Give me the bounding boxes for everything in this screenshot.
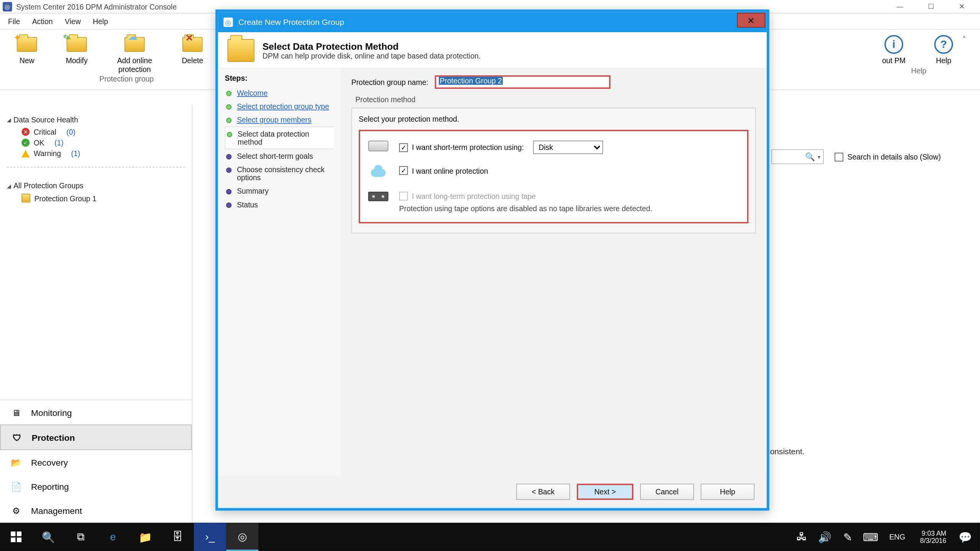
protection-group-name-input[interactable]: Protection Group 2 — [435, 75, 611, 89]
health-ok[interactable]: ✓OK (1) — [7, 137, 185, 148]
taskbar-powershell[interactable]: ›_ — [194, 523, 226, 551]
tray-language[interactable]: ENG — [885, 533, 909, 541]
wizard-steps: Steps: Welcome Select protection group t… — [218, 68, 341, 476]
taskbar-dpm[interactable]: ◎ — [226, 523, 258, 551]
monitor-icon: 🖥 — [10, 406, 23, 419]
ribbon-new[interactable]: ✦ New — [8, 34, 46, 73]
protection-method-text: Select your protection method. — [359, 115, 748, 123]
tree-group-1[interactable]: Protection Group 1 — [7, 192, 185, 204]
cancel-button[interactable]: Cancel — [640, 484, 694, 500]
dialog-header: Select Data Protection Method DPM can he… — [218, 32, 767, 68]
window-title: System Center 2016 DPM Administrator Con… — [16, 2, 176, 10]
taskbar: 🔍 ⧉ ｅ 📁 🗄 ›_ ◎ 🖧 🔊 ✎ ⌨ ENG 9:03 AM8/3/20… — [0, 523, 980, 551]
tree-groups-header[interactable]: ◢All Protection Groups — [7, 182, 185, 190]
tape-row: I want long-term protection using tape P… — [368, 192, 739, 213]
tape-protection-checkbox: I want long-term protection using tape — [399, 192, 652, 201]
folder-new-icon: ✦ — [17, 37, 37, 52]
tray-clock[interactable]: 9:03 AM8/3/2016 — [916, 529, 951, 544]
wizard-folder-icon — [227, 39, 254, 62]
info-icon: i — [884, 35, 903, 54]
tape-icon — [368, 192, 389, 201]
status-note: consistent. — [766, 447, 968, 456]
nav-list: 🖥Monitoring 🛡Protection 📂Recovery 📄Repor… — [0, 399, 192, 523]
ribbon-collapse-icon[interactable]: ˄ — [962, 34, 972, 44]
menu-help[interactable]: Help — [93, 17, 108, 25]
nav-reporting[interactable]: 📄Reporting — [0, 474, 192, 499]
taskbar-search[interactable]: 🔍 — [32, 523, 64, 551]
nav-recovery[interactable]: 📂Recovery — [0, 450, 192, 474]
critical-icon: ✕ — [21, 128, 29, 136]
ribbon-add-online[interactable]: ☁ Add online protection — [108, 34, 162, 73]
search-bar-area: 🔍▾ Search in details also (Slow) — [766, 135, 973, 179]
recovery-icon: 📂 — [10, 455, 23, 469]
ribbon-help[interactable]: ? Help — [925, 34, 962, 65]
menu-file[interactable]: File — [8, 17, 20, 25]
steps-header: Steps: — [225, 74, 334, 82]
ribbon-about[interactable]: i out PM — [875, 34, 913, 65]
dialog-footer: < Back Next > Cancel Help — [218, 476, 767, 508]
search-icon: 🔍 — [805, 152, 815, 161]
dpm-main-window: ◎ System Center 2016 DPM Administrator C… — [0, 0, 980, 551]
ribbon-help-caption: Help — [911, 65, 926, 77]
step-group-type[interactable]: Select protection group type — [225, 99, 334, 113]
tray-notifications-icon[interactable]: 💬 — [957, 523, 973, 551]
nav-monitoring[interactable]: 🖥Monitoring — [0, 400, 192, 424]
taskbar-explorer[interactable]: 📁 — [129, 523, 162, 551]
taskbar-taskview[interactable]: ⧉ — [65, 523, 97, 551]
step-status: Status — [225, 198, 334, 211]
nav-management[interactable]: ⚙Management — [0, 499, 192, 523]
help-button[interactable]: Help — [701, 484, 755, 500]
online-protection-checkbox[interactable]: ✓I want online protection — [399, 166, 488, 175]
health-warning[interactable]: Warning (1) — [7, 148, 185, 159]
tray-pen-icon[interactable]: ✎ — [840, 523, 856, 551]
minimize-button[interactable]: — — [884, 0, 915, 13]
step-group-members[interactable]: Select group members — [225, 113, 334, 126]
app-icon: ◎ — [3, 2, 12, 11]
tray-volume-icon[interactable]: 🔊 — [817, 523, 833, 551]
gear-icon: ⚙ — [10, 504, 23, 517]
step-protection-method[interactable]: Select data protection method — [225, 127, 334, 150]
tree-health-header[interactable]: ◢Data Source Health — [7, 116, 185, 124]
protection-method-box: Select your protection method. ✓I want s… — [351, 108, 756, 233]
protection-method-options: ✓I want short-term protection using: Dis… — [359, 130, 748, 223]
tray-network-icon[interactable]: 🖧 — [794, 523, 810, 551]
start-button[interactable] — [0, 523, 32, 551]
search-input[interactable]: 🔍▾ — [771, 149, 824, 164]
ribbon-group-protection: ✦ New ✎ Modify ☁ Add online protection ×… — [8, 34, 245, 86]
dialog-title: Create New Protection Group — [238, 18, 344, 27]
ribbon-delete[interactable]: × Delete — [174, 34, 211, 73]
ribbon-modify[interactable]: ✎ Modify — [58, 34, 95, 73]
search-details-checkbox[interactable]: Search in details also (Slow) — [835, 152, 941, 161]
dialog-close-button[interactable]: ✕ — [737, 13, 765, 28]
next-button[interactable]: Next > — [577, 484, 634, 500]
short-term-row: ✓I want short-term protection using: Dis… — [368, 140, 739, 155]
chevron-down-icon[interactable]: ▾ — [818, 154, 820, 160]
step-welcome[interactable]: Welcome — [225, 86, 334, 99]
online-row: ✓I want online protection — [368, 166, 739, 181]
menu-view[interactable]: View — [65, 17, 81, 25]
nav-protection[interactable]: 🛡Protection — [0, 424, 192, 450]
dialog-subheading: DPM can help provide disk, online and ta… — [263, 52, 481, 60]
tape-note: Protection using tape options are disabl… — [399, 204, 652, 212]
tray-keyboard-icon[interactable]: ⌨ — [862, 523, 879, 551]
short-term-select[interactable]: Disk — [533, 140, 603, 154]
folder-delete-icon: × — [182, 37, 203, 52]
back-button[interactable]: < Back — [516, 484, 570, 500]
svg-rect-3 — [17, 538, 21, 542]
taskbar-server[interactable]: 🗄 — [162, 523, 194, 551]
shield-icon: 🛡 — [10, 430, 23, 444]
folder-modify-icon: ✎ — [67, 37, 87, 52]
health-critical[interactable]: ✕Critical (0) — [7, 127, 185, 137]
folder-cloud-icon: ☁ — [124, 37, 145, 52]
close-button[interactable]: ✕ — [946, 0, 977, 13]
create-protection-group-dialog: ◎ Create New Protection Group ✕ Select D… — [216, 10, 769, 511]
menu-action[interactable]: Action — [32, 17, 53, 25]
dialog-titlebar: ◎ Create New Protection Group ✕ — [218, 12, 767, 33]
svg-rect-0 — [11, 531, 15, 536]
maximize-button[interactable]: ☐ — [915, 0, 946, 13]
short-term-checkbox[interactable]: ✓I want short-term protection using: — [399, 143, 524, 152]
taskbar-ie[interactable]: ｅ — [97, 523, 129, 551]
wizard-form: Protection group name: Protection Group … — [341, 68, 767, 476]
ribbon-group-help: i out PM ? Help Help — [875, 34, 963, 77]
step-consistency: Choose consistency check options — [225, 163, 334, 184]
